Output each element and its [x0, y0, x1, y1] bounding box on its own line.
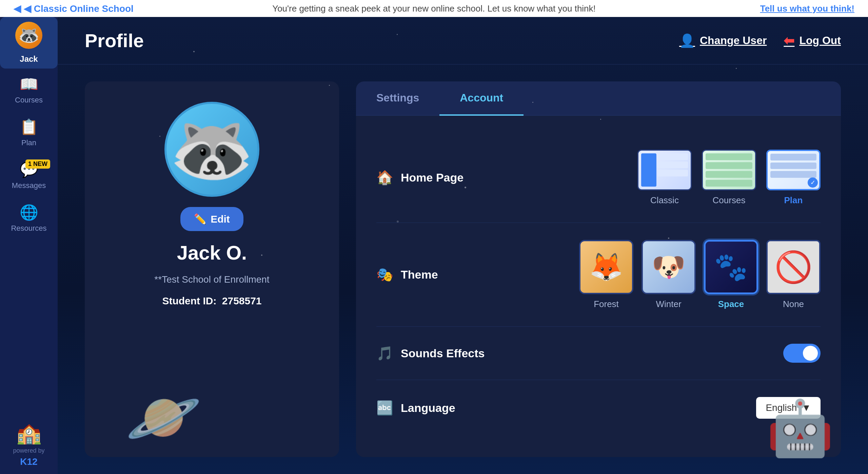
- theme-icon: 🎭: [376, 267, 393, 283]
- dropdown-arrow: ▼: [802, 402, 811, 413]
- classic-thumbnail: [637, 150, 692, 190]
- language-icon: 🔤: [376, 400, 393, 416]
- theme-options: 🦊 Forest 🐶 Winter: [579, 240, 821, 309]
- tab-account[interactable]: Account: [439, 81, 524, 116]
- courses-thumb-row4: [706, 180, 752, 187]
- winter-thumbnail: 🐶: [642, 240, 696, 294]
- logout-label: Log Out: [799, 34, 841, 47]
- student-id-value: 2758571: [222, 295, 262, 306]
- change-user-label: Change User: [700, 34, 767, 47]
- avatar-emoji: 🦝: [18, 25, 39, 45]
- forest-thumbnail: 🦊: [579, 240, 633, 294]
- space-label: Space: [718, 299, 744, 309]
- classic-thumb-sidebar: [641, 153, 656, 187]
- classic-label: ◀ Classic Online School: [24, 3, 134, 14]
- winter-emoji: 🐶: [652, 251, 686, 283]
- none-thumbnail: 🚫: [766, 240, 821, 294]
- homepage-option-plan[interactable]: ✓ ✓ Plan: [766, 150, 821, 206]
- messages-badge: 1 NEW: [25, 159, 50, 169]
- edit-button[interactable]: ✏️ Edit: [180, 207, 243, 231]
- classic-label: Classic: [650, 195, 679, 206]
- change-user-icon: 👤: [679, 33, 695, 48]
- avatar-character: 🦝: [170, 115, 254, 183]
- sidebar-messages-label: Messages: [12, 181, 46, 190]
- header-actions: 👤 Change User ⬅ Log Out: [679, 33, 841, 48]
- plan-thumb-row1: [770, 154, 816, 160]
- avatar-circle: 🦝: [164, 102, 259, 197]
- homepage-label: 🏠 Home Page: [376, 170, 463, 186]
- k12-label: K12: [20, 456, 37, 467]
- student-id: Student ID: 2758571: [162, 295, 261, 307]
- homepage-option-courses[interactable]: Courses: [702, 150, 756, 206]
- theme-option-forest[interactable]: 🦊 Forest: [579, 240, 633, 309]
- homepage-options: Classic: [637, 150, 821, 206]
- courses-thumb-wrap: [702, 150, 756, 190]
- settings-content: 🏠 Home Page: [356, 116, 841, 453]
- theme-option-space[interactable]: 🐾 Space: [704, 240, 758, 309]
- plan-thumb-wrap: ✓ ✓: [766, 150, 821, 190]
- theme-row: 🎭 Theme 🦊 Forest: [376, 223, 821, 327]
- space-thumbnail: 🐾: [704, 240, 758, 294]
- sidebar-item-plan[interactable]: 📋 Plan: [0, 111, 58, 154]
- resources-icon: 🌐: [20, 204, 38, 221]
- language-current: English: [766, 402, 797, 413]
- tab-settings[interactable]: Settings: [356, 81, 439, 116]
- theme-option-winter[interactable]: 🐶 Winter: [642, 240, 696, 309]
- content-area: 🦝 ✏️ Edit Jack O. **Test School of Enrol…: [58, 64, 868, 474]
- sidebar-item-messages[interactable]: 1 NEW 💬 Messages: [0, 154, 58, 197]
- edit-label: Edit: [211, 213, 230, 225]
- student-id-label: Student ID:: [162, 295, 216, 306]
- powered-by-label: powered by: [13, 447, 44, 454]
- theme-text: Theme: [401, 268, 438, 281]
- logout-button[interactable]: ⬅ Log Out: [784, 33, 841, 48]
- classic-thumb-row3: [658, 170, 688, 176]
- sidebar-item-resources[interactable]: 🌐 Resources: [0, 197, 58, 240]
- plan-thumb-row2: [770, 163, 816, 169]
- courses-icon: 📖: [20, 75, 38, 93]
- classic-thumb-body: [658, 153, 688, 187]
- logout-icon: ⬅: [784, 33, 794, 48]
- courses-thumbnail: [702, 150, 756, 190]
- page-header: Profile 👤 Change User ⬅ Log Out: [58, 17, 868, 64]
- sidebar-user[interactable]: 🦝 Jack: [0, 17, 58, 69]
- feedback-link[interactable]: Tell us what you think!: [760, 3, 854, 14]
- theme-option-none[interactable]: 🚫 None: [766, 240, 821, 309]
- courses-thumb-row3: [706, 171, 752, 178]
- language-dropdown[interactable]: English ▼: [756, 397, 821, 419]
- courses-thumb-row2: [706, 162, 752, 169]
- announcement-text: You're getting a sneak peek at your new …: [272, 3, 596, 14]
- courses-thumb-content: [703, 151, 755, 189]
- plan-label: Plan: [784, 195, 803, 206]
- student-school: **Test School of Enrollment: [154, 274, 269, 285]
- none-icon: 🚫: [774, 249, 812, 285]
- edit-icon: ✏️: [194, 213, 206, 225]
- sounds-toggle[interactable]: [783, 344, 821, 363]
- toggle-knob: [803, 346, 818, 361]
- settings-panel: Settings Account 🏠 Home Page: [356, 81, 841, 457]
- sounds-text: Sounds Effects: [401, 347, 485, 360]
- plan-icon: 📋: [20, 118, 38, 136]
- sidebar-bottom: 🏫 powered by K12: [6, 414, 51, 474]
- courses-label: Courses: [713, 195, 746, 206]
- winter-label: Winter: [656, 299, 681, 309]
- plan-selected-checkmark: ✓: [808, 177, 818, 188]
- back-to-classic[interactable]: ◀ ◀ Classic Online School: [14, 3, 134, 14]
- courses-thumb-row1: [706, 153, 752, 160]
- homepage-text: Home Page: [401, 171, 463, 184]
- sidebar-item-courses[interactable]: 📖 Courses: [0, 69, 58, 111]
- page-title: Profile: [85, 30, 144, 52]
- sounds-icon: 🎵: [376, 345, 393, 361]
- homepage-icon: 🏠: [376, 170, 393, 186]
- language-label: 🔤 Language: [376, 400, 455, 416]
- classic-thumb-row2: [658, 162, 688, 168]
- back-icon: ◀: [14, 3, 21, 14]
- classic-thumb-wrap: [637, 150, 692, 190]
- profile-card: 🦝 ✏️ Edit Jack O. **Test School of Enrol…: [85, 81, 339, 457]
- sidebar-plan-label: Plan: [21, 138, 36, 147]
- change-user-button[interactable]: 👤 Change User: [679, 33, 767, 48]
- sounds-row: 🎵 Sounds Effects: [376, 327, 821, 380]
- sidebar-resources-label: Resources: [11, 224, 46, 233]
- homepage-option-classic[interactable]: Classic: [637, 150, 692, 206]
- sounds-label: 🎵 Sounds Effects: [376, 345, 485, 361]
- forest-label: Forest: [594, 299, 619, 309]
